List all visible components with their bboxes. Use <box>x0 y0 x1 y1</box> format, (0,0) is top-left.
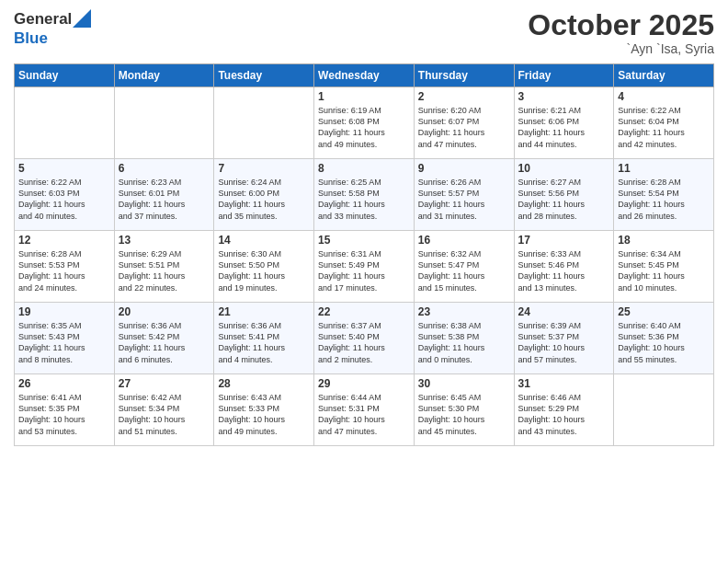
calendar-cell: 10Sunrise: 6:27 AM Sunset: 5:56 PM Dayli… <box>514 159 614 231</box>
calendar-cell: 23Sunrise: 6:38 AM Sunset: 5:38 PM Dayli… <box>414 303 514 374</box>
location: `Ayn `Isa, Syria <box>528 41 714 56</box>
weekday-header-monday: Monday <box>114 64 214 87</box>
day-number: 1 <box>318 90 410 103</box>
day-info: Sunrise: 6:45 AM Sunset: 5:30 PM Dayligh… <box>418 392 510 437</box>
day-info: Sunrise: 6:23 AM Sunset: 6:01 PM Dayligh… <box>119 177 210 222</box>
calendar-cell: 15Sunrise: 6:31 AM Sunset: 5:49 PM Dayli… <box>314 231 415 303</box>
weekday-header-thursday: Thursday <box>414 64 514 87</box>
day-number: 25 <box>618 305 710 318</box>
day-info: Sunrise: 6:43 AM Sunset: 5:33 PM Dayligh… <box>218 392 310 437</box>
day-number: 14 <box>218 234 310 247</box>
calendar-cell: 11Sunrise: 6:28 AM Sunset: 5:54 PM Dayli… <box>614 159 714 231</box>
logo-general-text: General <box>14 10 72 29</box>
calendar-cell: 30Sunrise: 6:45 AM Sunset: 5:30 PM Dayli… <box>414 374 514 446</box>
page: General Blue October 2025 `Ayn `Isa, Syr… <box>0 0 728 563</box>
calendar-table: SundayMondayTuesdayWednesdayThursdayFrid… <box>14 63 714 446</box>
day-number: 10 <box>518 162 610 175</box>
day-info: Sunrise: 6:38 AM Sunset: 5:38 PM Dayligh… <box>418 320 510 365</box>
day-info: Sunrise: 6:28 AM Sunset: 5:54 PM Dayligh… <box>618 177 710 222</box>
calendar-cell <box>15 87 115 159</box>
day-number: 21 <box>218 305 310 318</box>
calendar-cell: 1Sunrise: 6:19 AM Sunset: 6:08 PM Daylig… <box>314 87 415 159</box>
calendar-cell: 21Sunrise: 6:36 AM Sunset: 5:41 PM Dayli… <box>214 303 314 374</box>
week-row-2: 5Sunrise: 6:22 AM Sunset: 6:03 PM Daylig… <box>15 159 714 231</box>
calendar-cell: 3Sunrise: 6:21 AM Sunset: 6:06 PM Daylig… <box>514 87 614 159</box>
day-info: Sunrise: 6:36 AM Sunset: 5:41 PM Dayligh… <box>218 320 310 365</box>
calendar-cell: 9Sunrise: 6:26 AM Sunset: 5:57 PM Daylig… <box>414 159 514 231</box>
day-number: 16 <box>418 234 510 247</box>
calendar-body: 1Sunrise: 6:19 AM Sunset: 6:08 PM Daylig… <box>15 87 714 446</box>
calendar-cell: 12Sunrise: 6:28 AM Sunset: 5:53 PM Dayli… <box>15 231 115 303</box>
day-number: 26 <box>18 377 110 390</box>
day-number: 5 <box>18 162 110 175</box>
weekday-header-friday: Friday <box>514 64 614 87</box>
calendar-cell: 26Sunrise: 6:41 AM Sunset: 5:35 PM Dayli… <box>15 374 115 446</box>
header: General Blue October 2025 `Ayn `Isa, Syr… <box>14 9 714 56</box>
day-info: Sunrise: 6:42 AM Sunset: 5:34 PM Dayligh… <box>119 392 210 437</box>
day-info: Sunrise: 6:44 AM Sunset: 5:31 PM Dayligh… <box>318 392 410 437</box>
day-number: 31 <box>518 377 610 390</box>
day-info: Sunrise: 6:33 AM Sunset: 5:46 PM Dayligh… <box>518 248 610 293</box>
calendar-cell: 5Sunrise: 6:22 AM Sunset: 6:03 PM Daylig… <box>15 159 115 231</box>
calendar-cell: 19Sunrise: 6:35 AM Sunset: 5:43 PM Dayli… <box>15 303 115 374</box>
day-info: Sunrise: 6:46 AM Sunset: 5:29 PM Dayligh… <box>518 392 610 437</box>
day-info: Sunrise: 6:41 AM Sunset: 5:35 PM Dayligh… <box>18 392 110 437</box>
day-info: Sunrise: 6:30 AM Sunset: 5:50 PM Dayligh… <box>218 248 310 293</box>
day-number: 13 <box>119 234 210 247</box>
weekday-header-tuesday: Tuesday <box>214 64 314 87</box>
week-row-1: 1Sunrise: 6:19 AM Sunset: 6:08 PM Daylig… <box>15 87 714 159</box>
logo-blue-text: Blue <box>14 29 48 47</box>
day-number: 20 <box>119 305 210 318</box>
day-number: 11 <box>618 162 710 175</box>
month-title: October 2025 <box>528 9 714 41</box>
calendar-cell: 31Sunrise: 6:46 AM Sunset: 5:29 PM Dayli… <box>514 374 614 446</box>
day-info: Sunrise: 6:32 AM Sunset: 5:47 PM Dayligh… <box>418 248 510 293</box>
calendar-cell: 2Sunrise: 6:20 AM Sunset: 6:07 PM Daylig… <box>414 87 514 159</box>
calendar-cell <box>114 87 214 159</box>
calendar-cell: 8Sunrise: 6:25 AM Sunset: 5:58 PM Daylig… <box>314 159 415 231</box>
week-row-4: 19Sunrise: 6:35 AM Sunset: 5:43 PM Dayli… <box>15 303 714 374</box>
day-info: Sunrise: 6:34 AM Sunset: 5:45 PM Dayligh… <box>618 248 710 293</box>
day-number: 28 <box>218 377 310 390</box>
calendar-header: SundayMondayTuesdayWednesdayThursdayFrid… <box>15 64 714 87</box>
day-number: 30 <box>418 377 510 390</box>
calendar-cell: 27Sunrise: 6:42 AM Sunset: 5:34 PM Dayli… <box>114 374 214 446</box>
weekday-header-saturday: Saturday <box>614 64 714 87</box>
day-info: Sunrise: 6:19 AM Sunset: 6:08 PM Dayligh… <box>318 105 410 150</box>
day-number: 19 <box>18 305 110 318</box>
day-info: Sunrise: 6:29 AM Sunset: 5:51 PM Dayligh… <box>119 248 210 293</box>
day-info: Sunrise: 6:22 AM Sunset: 6:04 PM Dayligh… <box>618 105 710 150</box>
day-info: Sunrise: 6:37 AM Sunset: 5:40 PM Dayligh… <box>318 320 410 365</box>
calendar-cell: 17Sunrise: 6:33 AM Sunset: 5:46 PM Dayli… <box>514 231 614 303</box>
day-info: Sunrise: 6:20 AM Sunset: 6:07 PM Dayligh… <box>418 105 510 150</box>
calendar-cell: 22Sunrise: 6:37 AM Sunset: 5:40 PM Dayli… <box>314 303 415 374</box>
title-block: October 2025 `Ayn `Isa, Syria <box>528 9 714 56</box>
day-number: 6 <box>119 162 210 175</box>
logo: General Blue <box>14 9 91 48</box>
calendar-cell: 4Sunrise: 6:22 AM Sunset: 6:04 PM Daylig… <box>614 87 714 159</box>
calendar-cell: 29Sunrise: 6:44 AM Sunset: 5:31 PM Dayli… <box>314 374 415 446</box>
day-number: 3 <box>518 90 610 103</box>
day-number: 12 <box>18 234 110 247</box>
day-info: Sunrise: 6:36 AM Sunset: 5:42 PM Dayligh… <box>119 320 210 365</box>
day-info: Sunrise: 6:28 AM Sunset: 5:53 PM Dayligh… <box>18 248 110 293</box>
day-info: Sunrise: 6:25 AM Sunset: 5:58 PM Dayligh… <box>318 177 410 222</box>
day-info: Sunrise: 6:26 AM Sunset: 5:57 PM Dayligh… <box>418 177 510 222</box>
day-number: 15 <box>318 234 410 247</box>
day-number: 24 <box>518 305 610 318</box>
svg-marker-0 <box>73 9 91 28</box>
day-number: 9 <box>418 162 510 175</box>
day-number: 18 <box>618 234 710 247</box>
calendar-cell <box>614 374 714 446</box>
day-number: 7 <box>218 162 310 175</box>
day-info: Sunrise: 6:27 AM Sunset: 5:56 PM Dayligh… <box>518 177 610 222</box>
day-number: 22 <box>318 305 410 318</box>
day-number: 8 <box>318 162 410 175</box>
calendar-cell: 28Sunrise: 6:43 AM Sunset: 5:33 PM Dayli… <box>214 374 314 446</box>
calendar-cell: 18Sunrise: 6:34 AM Sunset: 5:45 PM Dayli… <box>614 231 714 303</box>
day-number: 2 <box>418 90 510 103</box>
logo-icon <box>73 9 91 28</box>
calendar-cell: 14Sunrise: 6:30 AM Sunset: 5:50 PM Dayli… <box>214 231 314 303</box>
calendar-cell: 6Sunrise: 6:23 AM Sunset: 6:01 PM Daylig… <box>114 159 214 231</box>
day-number: 4 <box>618 90 710 103</box>
